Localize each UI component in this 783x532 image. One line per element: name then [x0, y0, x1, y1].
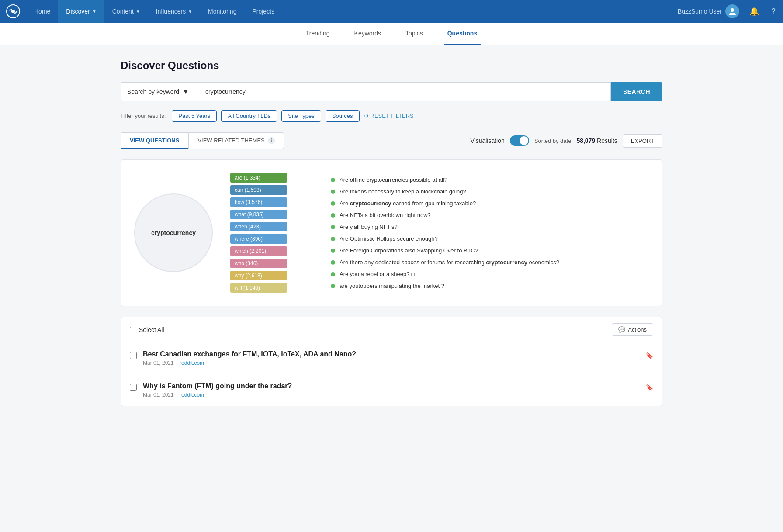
select-all-checkbox[interactable] — [130, 327, 135, 332]
question-text[interactable]: Are offline cryptocurrencies possible at… — [340, 176, 447, 183]
bar-how[interactable]: how (3,576) — [230, 197, 318, 207]
export-button[interactable]: EXPORT — [623, 134, 662, 148]
search-type-label: Search by keyword — [127, 88, 179, 95]
bar-which[interactable]: which (2,201) — [230, 246, 318, 256]
tab-view-questions[interactable]: VIEW QUESTIONS — [121, 132, 188, 149]
list-item: Are NFTs a bit overblown right now? — [331, 212, 653, 218]
list-item: Are cryptocurrency earned from gpu minin… — [331, 200, 653, 207]
bar-label: which (2,201) — [230, 246, 287, 256]
search-type-dropdown[interactable]: Search by keyword ▼ — [121, 82, 199, 101]
nav-user[interactable]: BuzzSumo User — [672, 4, 745, 18]
sort-label: Sorted by date — [534, 138, 572, 144]
filters-row: Filter your results: Past 5 Years All Co… — [121, 110, 662, 122]
actions-icon: 💬 — [618, 326, 625, 333]
word-cloud-circle: cryptocurrency — [134, 193, 213, 272]
bars-area: are (1,334) can (1,503) how (3,576) what… — [230, 173, 318, 293]
list-item: Are offline cryptocurrencies possible at… — [331, 176, 653, 183]
bar-when[interactable]: when (423) — [230, 222, 318, 231]
filter-past-years[interactable]: Past 5 Years — [172, 110, 217, 122]
bar-why[interactable]: why (2,618) — [230, 271, 318, 280]
bar-can[interactable]: can (1,503) — [230, 185, 318, 195]
question-text[interactable]: Are y'all buying NFT's? — [340, 224, 398, 230]
tab-topics[interactable]: Topics — [402, 23, 426, 45]
bookmark-icon[interactable]: 🔖 — [646, 352, 653, 359]
actions-button[interactable]: 💬 Actions — [612, 323, 653, 336]
results-section: Select All 💬 Actions Best Canadian excha… — [121, 317, 662, 406]
row-checkbox[interactable] — [130, 384, 137, 391]
dot-icon — [331, 178, 335, 182]
tab-keywords[interactable]: Keywords — [351, 23, 385, 45]
top-nav: Home Discover ▼ Content ▼ Influencers ▼ … — [0, 0, 783, 23]
bar-will[interactable]: will (1,140) — [230, 283, 318, 293]
view-tabs: VIEW QUESTIONS VIEW RELATED THEMES ℹ — [121, 132, 284, 149]
result-source-link[interactable]: reddit.com — [180, 360, 204, 366]
result-meta: Mar 01, 2021 reddit.com — [143, 360, 640, 366]
avatar — [725, 4, 739, 18]
viz-section: cryptocurrency are (1,334) can (1,503) h… — [121, 159, 662, 306]
result-title[interactable]: Why is Fantom (FTM) going under the rada… — [143, 382, 640, 390]
influencers-caret-icon: ▼ — [188, 9, 192, 14]
tab-view-related-themes[interactable]: VIEW RELATED THEMES ℹ — [188, 132, 284, 149]
filter-site-types[interactable]: Site Types — [281, 110, 321, 122]
question-text[interactable]: Are you a rebel or a sheep? □ — [340, 271, 415, 277]
list-item: Are Foreign Corporations also Swapping O… — [331, 247, 653, 254]
question-text[interactable]: Are NFTs a bit overblown right now? — [340, 212, 431, 218]
question-text[interactable]: Are tokens necessary to keep a blockchai… — [340, 188, 466, 195]
list-item: Are there any dedicated spaces or forums… — [331, 259, 653, 266]
nav-content[interactable]: Content ▼ — [104, 0, 148, 23]
filter-country-tlds[interactable]: All Country TLDs — [221, 110, 277, 122]
question-text[interactable]: Are there any dedicated spaces or forums… — [340, 259, 559, 266]
main-content: Discover Questions Search by keyword ▼ S… — [103, 45, 680, 420]
viz-label: Visualisation — [470, 137, 504, 144]
help-icon: ? — [771, 7, 776, 16]
bar-label: where (896) — [230, 234, 287, 244]
nav-right: BuzzSumo User 🔔 ? — [672, 0, 783, 23]
search-button[interactable]: SEARCH — [611, 82, 662, 101]
logo[interactable] — [0, 0, 26, 23]
circle-area: cryptocurrency — [130, 173, 217, 293]
filter-sources[interactable]: Sources — [326, 110, 360, 122]
bar-label: when (423) — [230, 222, 287, 231]
nav-home[interactable]: Home — [26, 0, 58, 23]
bar-label: why (2,618) — [230, 271, 287, 280]
dot-icon — [331, 237, 335, 241]
bar-label: what (9,835) — [230, 210, 287, 219]
result-title[interactable]: Best Canadian exchanges for FTM, IOTA, I… — [143, 350, 640, 358]
nav-discover[interactable]: Discover ▼ — [58, 0, 104, 23]
question-text[interactable]: Are cryptocurrency earned from gpu minin… — [340, 200, 476, 207]
bookmark-icon[interactable]: 🔖 — [646, 384, 653, 391]
search-row: Search by keyword ▼ SEARCH — [121, 82, 662, 101]
tab-trending[interactable]: Trending — [302, 23, 333, 45]
bar-who[interactable]: who (346) — [230, 259, 318, 268]
nav-monitoring[interactable]: Monitoring — [200, 0, 244, 23]
bar-are[interactable]: are (1,334) — [230, 173, 318, 183]
select-all-wrap: Select All — [130, 326, 164, 333]
bar-label: can (1,503) — [230, 185, 287, 195]
search-type-caret-icon: ▼ — [183, 88, 189, 95]
row-checkbox[interactable] — [130, 352, 137, 359]
question-text[interactable]: are youtoubers manipulating the market ? — [340, 283, 444, 289]
list-item: Are y'all buying NFT's? — [331, 224, 653, 230]
page-title: Discover Questions — [121, 59, 662, 72]
dot-icon — [331, 201, 335, 206]
nav-influencers[interactable]: Influencers ▼ — [148, 0, 200, 23]
question-text[interactable]: Are Foreign Corporations also Swapping O… — [340, 247, 478, 254]
result-source-link[interactable]: reddit.com — [180, 392, 204, 398]
question-text[interactable]: Are Optimistic Rollups secure enough? — [340, 235, 438, 242]
tab-questions[interactable]: Questions — [444, 23, 481, 45]
select-all-label: Select All — [139, 326, 164, 333]
viz-toggle[interactable] — [510, 135, 529, 146]
reset-icon: ↺ — [364, 113, 369, 119]
notification-button[interactable]: 🔔 — [745, 0, 764, 23]
help-button[interactable]: ? — [764, 0, 783, 23]
bar-where[interactable]: where (896) — [230, 234, 318, 244]
bar-label: are (1,334) — [230, 173, 287, 183]
bar-label: how (3,576) — [230, 197, 287, 207]
svg-point-2 — [731, 8, 734, 12]
bar-what[interactable]: what (9,835) — [230, 210, 318, 219]
questions-list: Are offline cryptocurrencies possible at… — [331, 173, 653, 293]
search-input[interactable] — [199, 82, 611, 101]
info-icon: ℹ — [268, 137, 275, 144]
reset-filters-button[interactable]: ↺ RESET FILTERS — [364, 113, 414, 119]
nav-projects[interactable]: Projects — [244, 0, 282, 23]
